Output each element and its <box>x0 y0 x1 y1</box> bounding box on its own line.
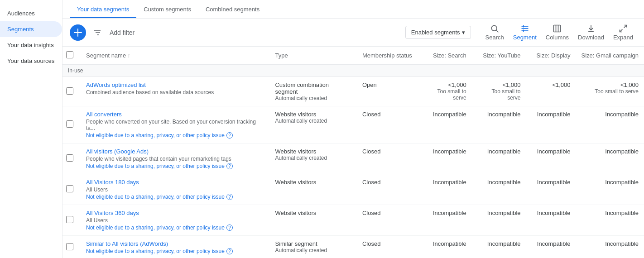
help-icon[interactable]: ? <box>226 163 233 169</box>
row-checkbox-1[interactable] <box>66 120 73 128</box>
membership-status-cell: Closed <box>357 174 418 205</box>
sidebar-item-data-insights[interactable]: Your data insights <box>0 37 62 53</box>
tab-custom[interactable]: Custom segments <box>136 0 198 18</box>
size-cell-1: Incompatible <box>472 106 526 143</box>
size-cell-3: <1,000Too small to serve <box>576 77 644 106</box>
chevron-down-icon: ▾ <box>462 29 465 36</box>
segments-table: Segment name ↑ Type Membership status Si… <box>62 47 644 258</box>
segment-name-link[interactable]: All Visitors 360 days <box>86 210 139 216</box>
membership-status-cell: Closed <box>357 143 418 174</box>
main-content: Your data segments Custom segments Combi… <box>62 0 644 258</box>
segment-name-cell: All Visitors 180 daysAll UsersNot eligib… <box>81 174 269 205</box>
col-header-size-display: Size: Display <box>526 47 576 65</box>
sidebar-item-audiences[interactable]: Audiences <box>0 5 62 21</box>
segment-name-cell: All convertersPeople who converted on yo… <box>81 106 269 143</box>
filter-icon-button[interactable] <box>90 24 106 41</box>
size-cell-2: Incompatible <box>526 174 576 205</box>
size-cell-3: Incompatible <box>576 143 644 174</box>
add-filter-label[interactable]: Add filter <box>110 29 135 36</box>
size-cell-3: Incompatible <box>576 236 644 258</box>
size-cell-2: Incompatible <box>526 143 576 174</box>
segment-type-cell: Website visitorsAutomatically created <box>269 143 356 174</box>
table-wrapper: Segment name ↑ Type Membership status Si… <box>62 47 644 258</box>
add-button[interactable] <box>70 24 86 41</box>
select-all-checkbox[interactable] <box>66 51 73 58</box>
size-cell-2: <1,000 <box>526 77 576 106</box>
segment-type-cell: Website visitors <box>269 174 356 205</box>
col-header-segment-name[interactable]: Segment name ↑ <box>81 47 269 65</box>
group-header-row: In-use <box>62 65 644 77</box>
size-cell-1: Incompatible <box>472 143 526 174</box>
segment-type-cell: Similar segmentAutomatically created <box>269 236 356 258</box>
segment-type-cell: Website visitors <box>269 205 356 236</box>
segment-name-cell: All visitors (Google Ads)People who visi… <box>81 143 269 174</box>
expand-action-button[interactable]: Expand <box>610 22 637 43</box>
select-all-header[interactable] <box>62 47 81 65</box>
table-row: All visitors (Google Ads)People who visi… <box>62 143 644 174</box>
size-cell-1: Incompatible <box>472 205 526 236</box>
tabs-bar: Your data segments Custom segments Combi… <box>62 0 644 19</box>
table-row: AdWords optimized listCombined audience … <box>62 77 644 106</box>
size-cell-2: Incompatible <box>526 106 576 143</box>
size-cell-0: Incompatible <box>418 143 472 174</box>
segment-name-link[interactable]: Similar to All visitors (AdWords) <box>86 240 168 247</box>
row-checkbox-5[interactable] <box>66 243 73 250</box>
svg-line-14 <box>624 25 627 28</box>
segment-type-cell: Custom combination segmentAutomatically … <box>269 77 356 106</box>
size-cell-1: <1,000Too small to serve <box>472 77 526 106</box>
search-action-button[interactable]: Search <box>482 22 508 43</box>
row-checkbox-0[interactable] <box>66 87 73 95</box>
policy-issue: Not eligible due to a sharing, privacy, … <box>86 194 264 200</box>
segment-action-button[interactable]: Segment <box>509 22 540 43</box>
size-cell-0: <1,000Too small to serve <box>418 77 472 106</box>
row-checkbox-2[interactable] <box>66 154 73 162</box>
help-icon[interactable]: ? <box>226 132 233 139</box>
download-action-button[interactable]: Download <box>574 22 608 43</box>
policy-issue: Not eligible due to a sharing, privacy, … <box>86 132 264 139</box>
segment-desc: Combined audience based on available dat… <box>86 89 264 96</box>
table-row: All convertersPeople who converted on yo… <box>62 106 644 143</box>
row-checkbox-3[interactable] <box>66 185 73 192</box>
sidebar-item-data-sources[interactable]: Your data sources <box>0 53 62 69</box>
svg-line-15 <box>620 29 622 32</box>
col-header-membership: Membership status <box>357 47 418 65</box>
enabled-segments-dropdown[interactable]: Enabled segments ▾ <box>405 26 471 39</box>
row-checkbox-4[interactable] <box>66 216 73 223</box>
policy-issue: Not eligible due to a sharing, privacy, … <box>86 225 264 231</box>
size-cell-2: Incompatible <box>526 236 576 258</box>
col-header-size-youtube: Size: YouTube <box>472 47 526 65</box>
segment-name-link[interactable]: All Visitors 180 days <box>86 179 139 186</box>
size-cell-3: Incompatible <box>576 205 644 236</box>
tab-your-data[interactable]: Your data segments <box>70 0 136 18</box>
help-icon[interactable]: ? <box>226 248 233 254</box>
tab-combined[interactable]: Combined segments <box>198 0 267 18</box>
segment-name-cell: AdWords optimized listCombined audience … <box>81 77 269 106</box>
segment-name-link[interactable]: AdWords optimized list <box>86 81 146 88</box>
columns-action-button[interactable]: Columns <box>542 22 572 43</box>
help-icon[interactable]: ? <box>226 225 233 231</box>
segment-desc: People who converted on your site. Based… <box>86 119 264 131</box>
sidebar: Audiences Segments Your data insights Yo… <box>0 0 62 258</box>
size-cell-3: Incompatible <box>576 106 644 143</box>
segment-type-cell: Website visitorsAutomatically created <box>269 106 356 143</box>
size-cell-0: Incompatible <box>418 205 472 236</box>
membership-status-cell: Closed <box>357 236 418 258</box>
segment-name-link[interactable]: All visitors (Google Ads) <box>86 148 149 155</box>
sidebar-item-segments[interactable]: Segments <box>0 21 62 37</box>
segment-desc: All Users <box>86 186 264 193</box>
table-row: Similar to All visitors (AdWords)Not eli… <box>62 236 644 258</box>
segment-name-cell: All Visitors 360 daysAll UsersNot eligib… <box>81 205 269 236</box>
segment-name-link[interactable]: All converters <box>86 111 122 118</box>
table-row: All Visitors 180 daysAll UsersNot eligib… <box>62 174 644 205</box>
size-cell-2: Incompatible <box>526 205 576 236</box>
policy-issue: Not eligible due to a sharing, privacy, … <box>86 163 264 169</box>
sort-asc-icon: ↑ <box>128 52 131 59</box>
help-icon[interactable]: ? <box>226 194 233 200</box>
size-cell-3: Incompatible <box>576 174 644 205</box>
toolbar-actions: Search Segment Columns Download Expand <box>482 22 637 43</box>
col-header-size-gmail: Size: Gmail campaign <box>576 47 644 65</box>
size-cell-0: Incompatible <box>418 236 472 258</box>
svg-rect-10 <box>554 25 561 32</box>
size-cell-0: Incompatible <box>418 174 472 205</box>
svg-line-4 <box>496 30 499 33</box>
